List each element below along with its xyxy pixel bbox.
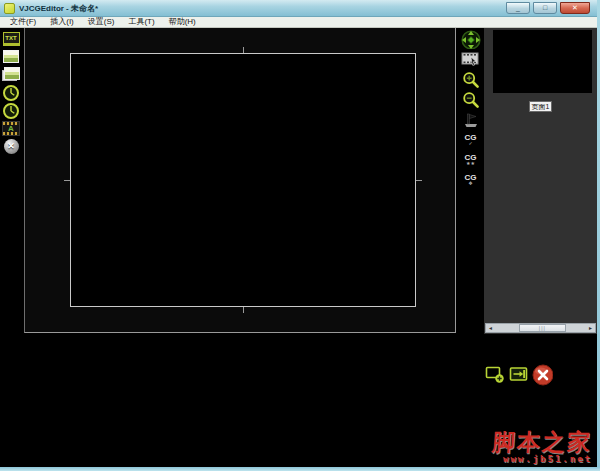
film-cursor-icon	[461, 52, 480, 67]
add-page-icon	[485, 365, 505, 384]
close-button[interactable]: ✕	[560, 2, 590, 14]
cg-stars-icon: ★★	[466, 161, 475, 166]
window-controls: _ □ ✕	[506, 2, 590, 14]
zoom-out-button[interactable]	[460, 90, 482, 109]
menu-item-help[interactable]: 帮助(H)	[162, 17, 203, 27]
minimize-button[interactable]: _	[506, 2, 530, 14]
pages-horizontal-scrollbar[interactable]: ◄ ||| ►	[485, 323, 596, 333]
app-icon	[4, 3, 15, 14]
page-thumbnail-label: 页面1	[529, 101, 553, 112]
text-tool-button[interactable]: TXT	[1, 30, 21, 47]
pan-tool-button[interactable]	[460, 30, 482, 49]
page-action-buttons	[484, 364, 553, 385]
image-sequence-tool-button[interactable]	[1, 66, 21, 83]
menu-item-tools[interactable]: 工具(T)	[121, 17, 161, 27]
menubar: 文件(F) 插入(I) 设置(S) 工具(T) 帮助(H)	[0, 17, 600, 28]
delete-x-icon: ✕	[4, 139, 19, 154]
film-select-tool-button[interactable]	[460, 50, 482, 69]
watermark-url: www.jb51.net	[492, 454, 592, 464]
add-page-button[interactable]	[484, 364, 505, 385]
right-toolbar: CG ✓ CG ★★ CG ❖	[458, 30, 483, 189]
left-toolbar: TXT A ✕	[1, 30, 23, 155]
menu-item-file[interactable]: 文件(F)	[3, 17, 43, 27]
titlebar: VJCGEditor - 未命名* _ □ ✕	[0, 0, 600, 17]
apply-page-button[interactable]	[508, 364, 529, 385]
image-tool-button[interactable]	[1, 48, 21, 65]
watermark: 脚本之家 www.jb51.net	[492, 430, 592, 464]
cg-template-icon: ❖	[468, 181, 472, 186]
zoom-in-button[interactable]	[460, 70, 482, 89]
text-tool-icon: TXT	[3, 32, 20, 46]
scrollbar-track[interactable]: |||	[495, 324, 586, 332]
delete-page-button[interactable]	[532, 364, 553, 385]
page-thumbnail[interactable]	[493, 30, 592, 93]
timer-icon	[2, 102, 20, 120]
window-border-bottom	[0, 467, 600, 471]
menu-item-insert[interactable]: 插入(I)	[43, 17, 81, 27]
cg-template-button[interactable]: CG ❖	[460, 170, 482, 189]
scroll-right-arrow[interactable]: ►	[586, 324, 595, 332]
flag-tool-button[interactable]	[460, 110, 482, 129]
images-stack-icon	[2, 67, 20, 82]
timer-tool-button[interactable]	[1, 102, 21, 119]
delete-page-icon	[532, 364, 553, 386]
window-title: VJCGEditor - 未命名*	[19, 3, 506, 14]
clock-icon	[2, 84, 20, 102]
character-tool-button[interactable]: A	[1, 120, 21, 137]
cg-check-button[interactable]: CG ✓	[460, 130, 482, 149]
center-tick-right	[416, 180, 422, 181]
menu-item-settings[interactable]: 设置(S)	[81, 17, 122, 27]
image-icon	[3, 50, 19, 63]
page-boundary[interactable]	[70, 53, 416, 307]
center-tick-left	[64, 180, 70, 181]
center-tick-top	[243, 47, 244, 53]
pages-panel: 页面1 ◄ ||| ►	[484, 28, 597, 334]
scrollbar-thumb[interactable]: |||	[519, 324, 566, 332]
pan-arrows-icon	[461, 30, 481, 49]
character-a-icon: A	[2, 121, 20, 136]
main-content: TXT A ✕	[0, 28, 600, 471]
cg-check-icon: ✓	[468, 141, 472, 146]
apply-page-icon	[509, 365, 529, 384]
cg-stars-button[interactable]: CG ★★	[460, 150, 482, 169]
maximize-button[interactable]: □	[533, 2, 557, 14]
flag-tool-icon	[462, 112, 480, 128]
watermark-title: 脚本之家	[491, 430, 593, 453]
page-thumbnail-label-row: 页面1	[484, 95, 597, 113]
clock-tool-button[interactable]	[1, 84, 21, 101]
zoom-in-icon	[462, 71, 480, 89]
scroll-left-arrow[interactable]: ◄	[486, 324, 495, 332]
delete-object-button[interactable]: ✕	[1, 138, 21, 155]
canvas-viewport[interactable]	[24, 28, 456, 333]
center-tick-bottom	[243, 307, 244, 313]
zoom-out-icon	[462, 91, 480, 109]
